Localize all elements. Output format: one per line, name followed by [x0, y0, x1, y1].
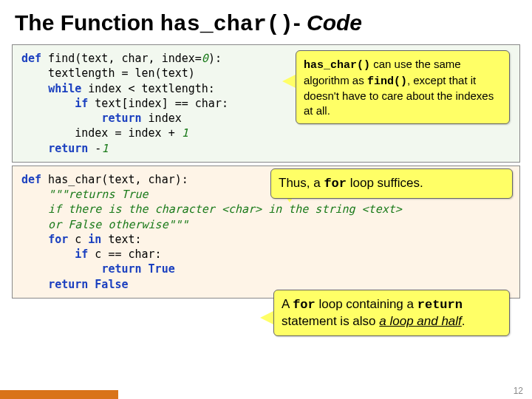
callout-code: return	[417, 298, 463, 312]
title-suffix: -	[293, 10, 307, 35]
callout-code: for	[293, 298, 316, 312]
callout-algorithm: has_char() can use the same algorithm as…	[296, 50, 510, 124]
callout-loop-half: A for loop containing a return statement…	[273, 290, 510, 336]
callout-code: for	[324, 177, 347, 191]
title-mono: has_char()	[160, 12, 293, 37]
footer-accent	[0, 390, 118, 399]
title-prefix: The Function	[15, 10, 160, 35]
callout-tail	[282, 74, 297, 89]
callout-for-suffices: Thus, a for loop suffices.	[270, 168, 513, 199]
page-number: 12	[514, 386, 523, 396]
callout-code: has_char()	[304, 59, 370, 72]
title-ital: Code	[307, 10, 362, 35]
callout-code: find()	[367, 75, 407, 88]
callout-tail	[260, 310, 275, 325]
slide-title: The Function has_char()- Code	[0, 0, 532, 44]
